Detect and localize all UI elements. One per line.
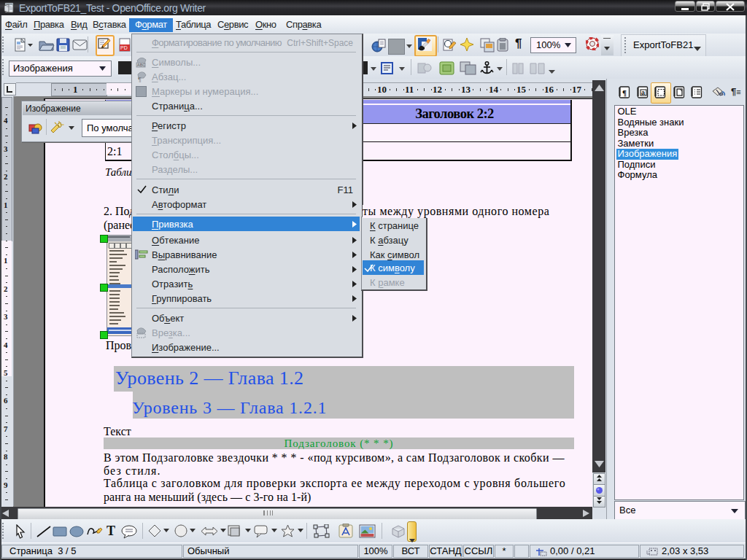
svg-text:¶: ¶ xyxy=(622,88,627,97)
svg-text:PD: PD xyxy=(120,45,128,50)
svg-text:ABC: ABC xyxy=(137,63,145,67)
svg-text:¶: ¶ xyxy=(138,76,142,82)
